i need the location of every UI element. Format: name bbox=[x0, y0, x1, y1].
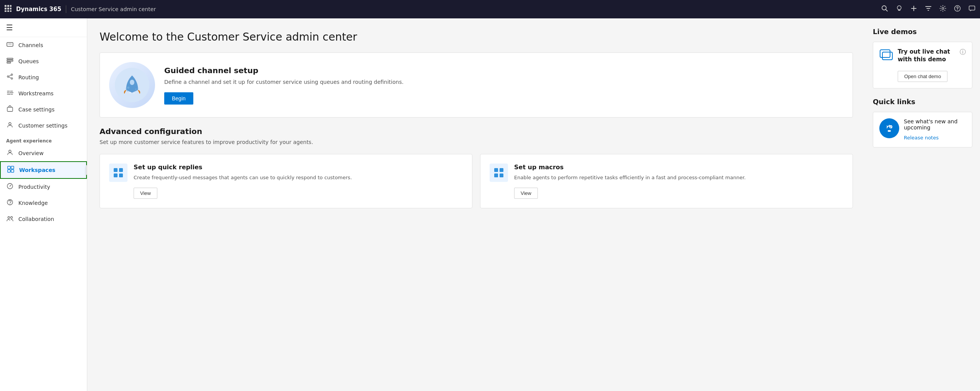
lightbulb-icon[interactable] bbox=[896, 5, 903, 13]
svg-rect-51 bbox=[114, 173, 118, 177]
svg-rect-0 bbox=[5, 5, 7, 7]
page-title: Welcome to the Customer Service admin ce… bbox=[100, 31, 853, 43]
chat-icon[interactable] bbox=[969, 5, 975, 13]
sidebar-item-collaboration[interactable]: Collaboration bbox=[0, 211, 87, 227]
sidebar-toggle-button[interactable]: ☰ bbox=[6, 23, 13, 32]
svg-rect-34 bbox=[11, 170, 14, 172]
workspaces-tooltip: Workspaces bbox=[86, 165, 87, 175]
svg-point-30 bbox=[9, 150, 11, 152]
svg-rect-54 bbox=[500, 168, 503, 172]
filter-icon[interactable] bbox=[925, 5, 932, 13]
begin-button[interactable]: Begin bbox=[164, 92, 193, 105]
open-chat-demo-button[interactable]: Open chat demo bbox=[898, 71, 947, 82]
sidebar-item-channels[interactable]: Channels bbox=[0, 37, 87, 53]
live-demo-actions: Open chat demo bbox=[898, 71, 966, 82]
sidebar-item-workspaces[interactable]: Workspaces Workspaces bbox=[0, 161, 87, 179]
svg-point-36 bbox=[10, 186, 10, 187]
app-grid-icon[interactable] bbox=[5, 5, 11, 13]
svg-rect-58 bbox=[882, 52, 892, 60]
svg-rect-17 bbox=[969, 6, 975, 10]
config-card-quick-replies: Set up quick replies Create frequently-u… bbox=[100, 154, 472, 208]
svg-point-24 bbox=[11, 74, 13, 75]
svg-rect-18 bbox=[7, 43, 13, 46]
sidebar-item-queues[interactable]: Queues bbox=[0, 53, 87, 69]
sidebar-item-label-workstreams: Workstreams bbox=[18, 90, 54, 97]
svg-point-16 bbox=[957, 10, 958, 11]
sidebar-item-label-collaboration: Collaboration bbox=[18, 216, 54, 222]
svg-rect-33 bbox=[8, 170, 10, 172]
live-demos-section-title: Live demos bbox=[873, 28, 972, 36]
svg-point-40 bbox=[11, 217, 13, 219]
sidebar-item-routing[interactable]: Routing bbox=[0, 69, 87, 85]
sidebar-item-workstreams[interactable]: Workstreams bbox=[0, 85, 87, 101]
customer-icon bbox=[6, 121, 14, 130]
svg-line-26 bbox=[9, 75, 11, 76]
svg-point-38 bbox=[10, 204, 10, 204]
guided-card-content: Guided channel setup Define a channel an… bbox=[164, 66, 843, 105]
quick-replies-title: Set up quick replies bbox=[134, 164, 463, 171]
live-demo-content: Try out live chat with this demo ⓘ Open … bbox=[898, 48, 966, 82]
sidebar-header: ☰ bbox=[0, 18, 87, 37]
svg-rect-6 bbox=[5, 10, 7, 12]
sidebar-item-label-case-settings: Case settings bbox=[18, 106, 55, 113]
productivity-icon bbox=[6, 183, 14, 191]
sidebar-item-knowledge[interactable]: Knowledge bbox=[0, 195, 87, 211]
person-icon bbox=[6, 149, 14, 157]
svg-rect-5 bbox=[10, 8, 11, 10]
svg-rect-50 bbox=[119, 168, 123, 172]
quick-links-content: See what's new and upcoming Release note… bbox=[904, 118, 966, 141]
sidebar: ☰ Channels Queues Routing bbox=[0, 18, 87, 391]
main-layout: ☰ Channels Queues Routing bbox=[0, 18, 980, 391]
sidebar-scroll-area: Channels Queues Routing Workstreams bbox=[0, 37, 87, 391]
svg-point-46 bbox=[135, 88, 137, 90]
plus-icon[interactable] bbox=[910, 5, 917, 13]
svg-rect-7 bbox=[7, 10, 9, 12]
nav-icon-group bbox=[881, 5, 975, 13]
sidebar-item-case-settings[interactable]: Case settings bbox=[0, 101, 87, 118]
live-demo-chat-icon bbox=[879, 48, 893, 65]
svg-rect-8 bbox=[10, 10, 11, 12]
svg-point-64 bbox=[889, 125, 892, 128]
quick-replies-view-button[interactable]: View bbox=[134, 188, 157, 199]
grid-icon-macros bbox=[493, 167, 504, 178]
guided-card: Guided channel setup Define a channel an… bbox=[100, 52, 853, 118]
release-notes-link[interactable]: Release notes bbox=[904, 135, 939, 141]
svg-rect-31 bbox=[8, 166, 10, 169]
sidebar-item-label-customer-settings: Customer settings bbox=[18, 123, 67, 129]
help-icon[interactable] bbox=[954, 5, 961, 13]
advanced-section-title: Advanced configuration bbox=[100, 127, 853, 136]
macros-view-button[interactable]: View bbox=[514, 188, 538, 199]
config-card-content-macros: Set up macros Enable agents to perform r… bbox=[514, 164, 843, 199]
top-navbar: Dynamics 365 Customer Service admin cent… bbox=[0, 0, 980, 18]
svg-point-47 bbox=[130, 92, 131, 93]
svg-line-27 bbox=[9, 77, 11, 78]
advanced-section-desc: Set up more customer service features to… bbox=[100, 138, 853, 146]
queue-icon bbox=[6, 57, 14, 65]
svg-point-23 bbox=[7, 76, 9, 77]
live-demo-info-icon: ⓘ bbox=[960, 48, 966, 56]
sidebar-item-label-workspaces: Workspaces bbox=[19, 167, 56, 173]
sidebar-item-productivity[interactable]: Productivity bbox=[0, 179, 87, 195]
svg-rect-32 bbox=[11, 166, 14, 169]
knowledge-icon bbox=[6, 199, 14, 207]
sidebar-item-label-knowledge: Knowledge bbox=[18, 200, 48, 206]
macros-desc: Enable agents to perform repetitive task… bbox=[514, 174, 843, 182]
settings-icon[interactable] bbox=[939, 5, 946, 13]
svg-rect-63 bbox=[888, 130, 891, 131]
sidebar-item-label-routing: Routing bbox=[18, 74, 39, 80]
routing-icon bbox=[6, 73, 14, 82]
grid-icon-quick-replies bbox=[113, 167, 124, 178]
search-icon[interactable] bbox=[881, 5, 888, 13]
svg-point-44 bbox=[127, 87, 129, 89]
svg-rect-55 bbox=[494, 173, 498, 177]
new-features-icon bbox=[883, 122, 895, 134]
sidebar-item-overview[interactable]: Overview bbox=[0, 145, 87, 161]
app-subtitle: Customer Service admin center bbox=[71, 6, 156, 12]
main-content: Welcome to the Customer Service admin ce… bbox=[87, 18, 865, 391]
brand-area: Dynamics 365 Customer Service admin cent… bbox=[16, 5, 156, 13]
live-demo-card: Try out live chat with this demo ⓘ Open … bbox=[873, 42, 972, 88]
sidebar-item-customer-settings[interactable]: Customer settings bbox=[0, 118, 87, 134]
collaboration-icon bbox=[6, 215, 14, 223]
svg-line-62 bbox=[887, 126, 888, 127]
sidebar-item-label-channels: Channels bbox=[18, 42, 43, 48]
